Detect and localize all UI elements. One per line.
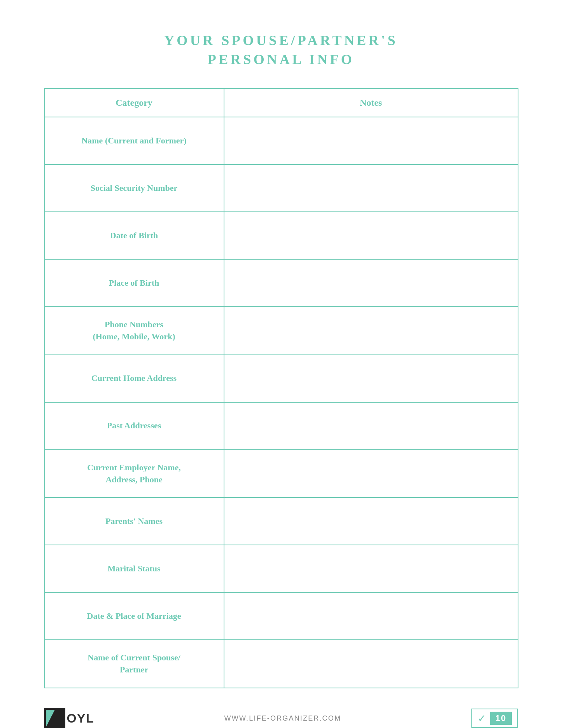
page-number: 10 — [490, 712, 512, 725]
table-row: Parents' Names — [45, 498, 518, 545]
table-row: Social Security Number — [45, 165, 518, 212]
page-number-box: ✓ 10 — [471, 709, 518, 728]
table-row: Current Employer Name,Address, Phone — [45, 450, 518, 498]
table-row: Past Addresses — [45, 403, 518, 450]
category-past-addresses: Past Addresses — [45, 403, 224, 449]
logo-text: OYL — [67, 711, 95, 726]
table-row: Name of Current Spouse/Partner — [45, 640, 518, 688]
notes-phone — [224, 307, 518, 354]
category-dob: Date of Birth — [45, 212, 224, 259]
category-spouse-name: Name of Current Spouse/Partner — [45, 640, 224, 688]
table-row: Phone Numbers(Home, Mobile, Work) — [45, 307, 518, 355]
page-title: YOUR SPOUSE/PARTNER'S PERSONAL INFO — [164, 31, 398, 69]
notes-marriage-date — [224, 593, 518, 639]
notes-marital-status — [224, 545, 518, 592]
table-row: Current Home Address — [45, 355, 518, 403]
table-row: Marital Status — [45, 545, 518, 593]
category-ssn: Social Security Number — [45, 165, 224, 211]
logo-icon — [44, 708, 65, 728]
notes-home-address — [224, 355, 518, 402]
category-parents: Parents' Names — [45, 498, 224, 545]
notes-pob — [224, 260, 518, 306]
checkmark-icon: ✓ — [478, 712, 486, 725]
category-marital-status: Marital Status — [45, 545, 224, 592]
notes-dob — [224, 212, 518, 259]
table-row: Date & Place of Marriage — [45, 593, 518, 640]
notes-past-addresses — [224, 403, 518, 449]
logo: OYL — [44, 708, 95, 728]
info-table: Category Notes Name (Current and Former)… — [44, 88, 518, 688]
notes-name — [224, 117, 518, 164]
category-home-address: Current Home Address — [45, 355, 224, 402]
category-name: Name (Current and Former) — [45, 117, 224, 164]
notes-employer — [224, 450, 518, 498]
category-pob: Place of Birth — [45, 260, 224, 306]
notes-spouse-name — [224, 640, 518, 688]
page: YOUR SPOUSE/PARTNER'S PERSONAL INFO Cate… — [0, 0, 562, 728]
table-row: Date of Birth — [45, 212, 518, 260]
website-url: WWW.LIFE-ORGANIZER.COM — [224, 714, 341, 723]
table-row: Place of Birth — [45, 260, 518, 307]
table-header: Category Notes — [45, 89, 518, 117]
category-phone: Phone Numbers(Home, Mobile, Work) — [45, 307, 224, 354]
notes-parents — [224, 498, 518, 545]
table-row: Name (Current and Former) — [45, 117, 518, 165]
footer: OYL WWW.LIFE-ORGANIZER.COM ✓ 10 — [44, 708, 518, 728]
notes-header: Notes — [224, 89, 518, 117]
category-header: Category — [45, 89, 224, 117]
notes-ssn — [224, 165, 518, 211]
category-employer: Current Employer Name,Address, Phone — [45, 450, 224, 498]
category-marriage-date: Date & Place of Marriage — [45, 593, 224, 639]
